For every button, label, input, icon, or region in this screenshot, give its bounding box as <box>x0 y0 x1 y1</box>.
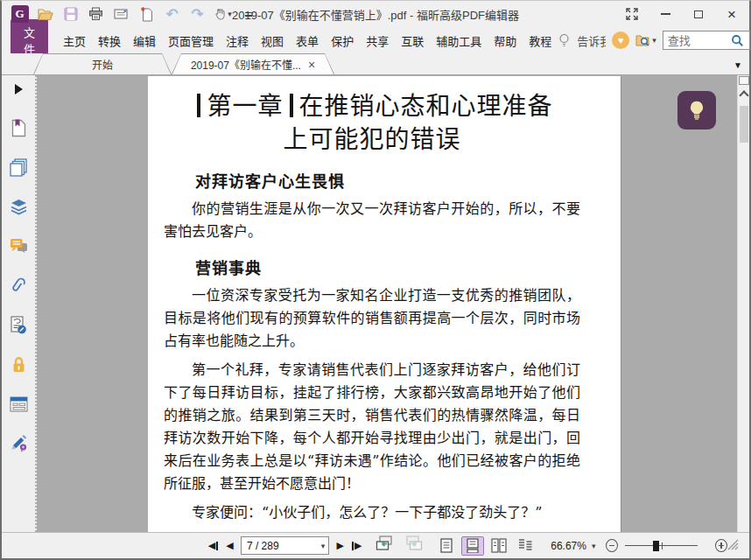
create-pdf-button[interactable]: * <box>136 4 158 24</box>
last-page-button[interactable]: ▶ <box>348 537 365 555</box>
find-box <box>663 31 750 50</box>
restore-icon <box>694 10 703 18</box>
menu-protect[interactable]: 保护 <box>325 28 360 53</box>
menu-home[interactable]: 主页 <box>57 28 92 53</box>
vertical-scrollbar[interactable] <box>737 75 749 532</box>
search-icon[interactable] <box>731 34 744 47</box>
continuous-view-button[interactable] <box>461 536 484 556</box>
assistant-lightbulb-button[interactable] <box>677 91 716 130</box>
previous-view-button[interactable] <box>376 536 397 556</box>
next-page-button[interactable]: ▶ <box>332 537 348 555</box>
menu-accessibility[interactable]: 辅助工具 <box>430 28 488 53</box>
next-view-button[interactable] <box>402 536 423 556</box>
folder-search-caret-icon: ▾ <box>652 36 656 45</box>
section-heading: 对拜访客户心生畏惧 <box>164 169 580 192</box>
hand-icon <box>214 7 227 21</box>
menu-comment[interactable]: 注释 <box>220 28 255 53</box>
title-divider-bar <box>197 94 200 117</box>
first-page-button[interactable]: ◀ <box>205 537 221 555</box>
email-icon <box>114 8 129 20</box>
minimize-button[interactable] <box>658 7 672 21</box>
email-button[interactable] <box>110 4 132 24</box>
page-number-caret-icon[interactable]: ▾ <box>321 542 329 550</box>
foxit-logo-icon: G <box>11 5 29 23</box>
app-menu-button[interactable]: G <box>9 4 31 24</box>
paragraph: 专家便问：“小伙子们，怎么了？一下子都没了劲头了？” <box>164 501 580 524</box>
restore-button[interactable] <box>691 7 705 21</box>
comments-panel-button[interactable] <box>9 237 28 256</box>
menu-edit[interactable]: 编辑 <box>127 28 162 53</box>
bookmarks-panel-button[interactable] <box>9 119 28 137</box>
switch-interface-button[interactable] <box>625 7 639 21</box>
folder-search-icon <box>635 34 651 47</box>
continuous-page-icon <box>467 538 479 553</box>
zoom-in-button[interactable] <box>715 539 727 552</box>
scrollbar-top-button[interactable] <box>739 76 749 85</box>
security-panel-button[interactable] <box>9 355 28 374</box>
hand-tool-button[interactable]: ▾ <box>212 4 234 24</box>
switch-interface-icon <box>626 8 638 20</box>
menu-connect[interactable]: 互联 <box>395 28 430 53</box>
customize-toolbar-button[interactable] <box>237 4 259 24</box>
menu-tutorial[interactable]: 教程 <box>523 28 558 53</box>
scrollbar-thumb[interactable] <box>740 106 748 143</box>
close-window-button[interactable]: × <box>725 7 739 21</box>
zoom-caret-icon[interactable]: ▾ <box>592 542 596 550</box>
customize-toolbar-icon <box>245 12 252 17</box>
menu-page-organize[interactable]: 页面管理 <box>162 28 220 53</box>
continuous-facing-view-button[interactable] <box>514 536 537 556</box>
bookmark-icon <box>11 119 27 137</box>
tab-start[interactable]: 开始 <box>33 53 172 74</box>
quick-access-toolbar: G * ↶ ↷ ▾ <box>9 4 259 24</box>
resize-grip[interactable] <box>727 538 739 554</box>
feedback-heart-button[interactable]: ♥ <box>612 32 629 49</box>
page-thumbnails-button[interactable] <box>9 158 28 177</box>
status-bar: ◀ ◀ ▾ ▶ ▶ <box>2 532 749 558</box>
menu-convert[interactable]: 转换 <box>92 28 127 53</box>
redo-button[interactable]: ↷ <box>186 4 208 24</box>
scroll-up-icon[interactable] <box>739 90 748 100</box>
menu-help[interactable]: 帮助 <box>488 28 523 53</box>
find-input[interactable] <box>668 34 731 47</box>
digital-signatures-panel-button[interactable] <box>9 316 28 334</box>
menu-form[interactable]: 表单 <box>290 28 325 53</box>
sign-panel-button[interactable] <box>9 434 28 452</box>
new-document-icon: * <box>140 7 154 22</box>
open-file-button[interactable] <box>34 4 56 24</box>
hand-tool-caret-icon: ▾ <box>228 10 232 18</box>
zoom-slider-handle[interactable] <box>653 541 659 551</box>
lightbulb-filled-icon <box>685 99 708 122</box>
attachments-panel-button[interactable] <box>9 276 28 295</box>
save-button[interactable] <box>60 4 81 24</box>
undo-button[interactable]: ↶ <box>161 4 183 24</box>
zoom-level[interactable]: 66.67% <box>551 540 586 552</box>
expand-panel-button[interactable] <box>9 80 28 98</box>
previous-view-icon <box>376 536 397 552</box>
print-button[interactable] <box>85 4 107 24</box>
zoom-slider[interactable] <box>625 539 698 553</box>
facing-view-button[interactable] <box>488 536 510 556</box>
zoom-out-button[interactable] <box>606 539 618 552</box>
tab-list-button[interactable]: ▼ <box>733 60 742 70</box>
resize-grip-icon <box>727 539 739 550</box>
menu-view[interactable]: 视图 <box>255 28 290 53</box>
layers-panel-button[interactable] <box>9 198 28 216</box>
lightbulb-icon <box>558 33 571 48</box>
tab-start-label: 开始 <box>92 57 113 72</box>
main-area: 第一章在推销心态和心理准备 上可能犯的错误 对拜访客户心生畏惧 你的营销生涯是从… <box>2 75 749 532</box>
form-fields-panel-button[interactable] <box>9 395 28 413</box>
tab-close-button[interactable]: × <box>308 59 315 71</box>
page-number-input[interactable] <box>242 540 317 552</box>
previous-page-button[interactable]: ◀ <box>221 537 238 555</box>
chapter-title: 第一章在推销心态和心理准备 上可能犯的错误 <box>164 90 580 157</box>
title-bar: G * ↶ ↷ ▾ <box>2 1 749 27</box>
save-floppy-icon <box>64 7 78 21</box>
tab-document[interactable]: 2019-07《别输在不懂... × <box>172 53 334 74</box>
signature-doc-icon <box>10 316 27 335</box>
app-window: G * ↶ ↷ ▾ <box>0 0 751 560</box>
menu-share[interactable]: 共享 <box>360 28 395 53</box>
single-page-view-button[interactable] <box>435 536 458 556</box>
tell-me-label[interactable]: 告诉我 <box>577 32 606 49</box>
svg-text:*: * <box>141 7 145 18</box>
search-folder-button[interactable]: ▾ <box>635 34 656 47</box>
